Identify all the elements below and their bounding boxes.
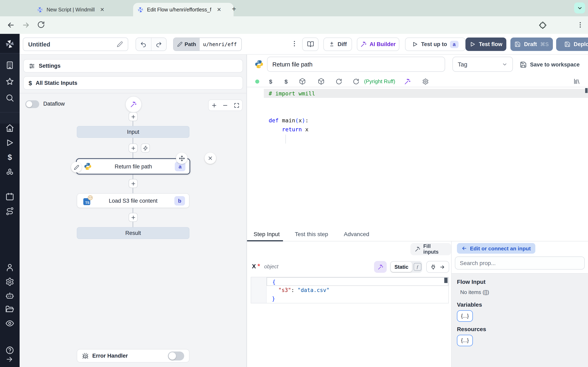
sidebar-triggers-icon[interactable] [5,207,14,216]
edit-step-pencil-button[interactable] [71,162,82,173]
add-step-button[interactable] [129,143,138,152]
json-editor-scrollbar[interactable] [444,278,448,283]
sidebar-schedules-icon[interactable] [5,192,14,201]
editor-settings-gear-icon[interactable] [422,78,429,85]
code-editor[interactable]: # import wmill def main(x): return x [247,87,588,227]
draft-shortcut: ⌘S [540,41,549,47]
back-button[interactable] [7,21,15,29]
fill-inputs-button[interactable]: Fill inputs [410,243,451,255]
ai-builder-button[interactable]: AI Builder [357,38,399,51]
code-assistants-status[interactable]: (Pyright Ruff) [364,78,395,84]
expression-mode-button[interactable]: ƒ [414,263,421,271]
zoom-out-button[interactable] [220,100,231,110]
diff-button[interactable]: Diff [323,38,352,51]
json-input-editor[interactable]: { "s3": "data.csv"} [251,277,449,303]
add-trigger-button[interactable] [141,143,150,152]
tab-close-icon[interactable]: ✕ [216,7,223,13]
sidebar-folders-icon[interactable] [5,305,14,314]
sidebar-favorites-icon[interactable] [5,77,14,86]
sidebar-audit-icon[interactable] [5,319,14,328]
lightning-icon [143,145,148,151]
sidebar-workers-icon[interactable] [5,291,14,300]
zoom-in-button[interactable] [209,100,220,110]
tab-advanced[interactable]: Advanced [344,227,369,241]
arrow-right-icon[interactable] [440,264,445,270]
fit-view-button[interactable] [231,100,242,110]
browser-tab-new-script[interactable]: New Script | Windmill ✕ [33,3,136,16]
step-node-a[interactable]: Return file path a [76,158,190,175]
edit-pencil-icon[interactable] [117,41,123,47]
tag-select[interactable]: Tag [452,57,513,72]
test-up-to-button[interactable]: Test up to a [405,38,466,51]
error-handler-toggle[interactable] [168,351,184,360]
docs-button[interactable] [302,38,319,51]
save-to-workspace-button[interactable]: Save to workspace [520,59,580,70]
edit-or-connect-button[interactable]: Edit or connect an input [457,243,535,254]
sidebar-expand-icon[interactable] [5,355,14,364]
package-icon[interactable] [299,78,306,85]
flow-settings-button[interactable]: Settings [23,59,243,73]
arg-ai-wand-button[interactable] [374,261,387,273]
magic-wand-icon [415,246,420,252]
move-step-button[interactable] [176,152,187,164]
editor-scrollbar[interactable] [585,88,588,93]
plug-icon[interactable] [430,264,436,270]
test-flow-button[interactable]: Test flow [466,38,506,51]
path-control[interactable]: Path u/henri/eff [173,38,242,51]
forward-button[interactable] [22,21,30,29]
step-name-input[interactable] [267,57,445,72]
deploy-button[interactable]: Deploy [556,38,588,51]
ai-flow-wand-button[interactable] [125,96,142,113]
draft-button[interactable]: Draft ⌘S [510,38,553,51]
sidebar-home-icon[interactable] [5,124,14,133]
delete-step-button[interactable] [205,152,216,164]
add-step-button[interactable] [129,213,138,222]
plus-minus-icon [329,41,335,47]
step-id-badge: b [174,196,185,205]
sidebar-resources-icon[interactable] [5,167,14,176]
flow-input-node[interactable]: Input [77,126,190,138]
resources-braces-button[interactable]: {...} [457,335,473,346]
sidebar-settings-icon[interactable] [5,277,14,286]
browser-tabstrip: New Script | Windmill ✕ Edit Flow u/henr… [0,0,588,16]
reload-button[interactable] [37,21,45,29]
sidebar-help-icon[interactable] [5,346,14,355]
tab-step-input[interactable]: Step Input [254,227,280,241]
new-tab-button[interactable]: + [229,4,239,14]
resources-icon[interactable]: $ [285,78,288,85]
flow-name-field[interactable]: Untitled [23,38,128,51]
library-icon[interactable] [573,78,580,85]
redo-button[interactable] [151,38,166,50]
sidebar-workspace-icon[interactable] [5,61,14,70]
extensions-icon[interactable] [539,21,547,29]
reload-icon[interactable] [353,78,359,85]
undo-button[interactable] [136,38,151,50]
add-step-button[interactable] [129,179,138,188]
flow-result-node[interactable]: Result [77,227,190,239]
all-static-inputs-button[interactable]: $ All Static Inputs [23,76,243,90]
dataflow-toggle[interactable] [25,100,39,108]
package-icon[interactable] [318,78,324,85]
browser-menu-icon[interactable] [577,21,584,29]
reload-icon[interactable] [336,78,342,85]
path-value[interactable]: u/henri/eff [200,38,240,50]
more-options-icon[interactable] [291,40,298,47]
step-node-label: Return file path [92,163,175,169]
tab-search-button[interactable] [574,2,585,13]
sidebar-users-icon[interactable] [5,263,14,272]
add-step-top-button[interactable] [129,112,138,121]
tab-test-this-step[interactable]: Test this step [295,227,328,241]
windmill-logo-icon[interactable] [5,39,15,49]
tab-close-icon[interactable]: ✕ [99,7,106,13]
sidebar-search-icon[interactable] [5,93,14,102]
book-icon [307,41,314,48]
static-mode-button[interactable]: Static [391,262,412,272]
browser-tab-edit-flow[interactable]: Edit Flow u/henri/effortless_fl ✕ [133,3,233,16]
variables-icon[interactable]: $ [269,78,272,85]
variables-braces-button[interactable]: {...} [457,310,473,322]
sidebar-runs-icon[interactable] [5,138,14,147]
ai-assist-wand-icon[interactable] [404,78,411,85]
sidebar-variables-icon[interactable]: $ [5,153,14,162]
step-node-b[interactable]: TS Load S3 file content b [77,193,190,208]
search-prop-input[interactable] [455,257,585,269]
